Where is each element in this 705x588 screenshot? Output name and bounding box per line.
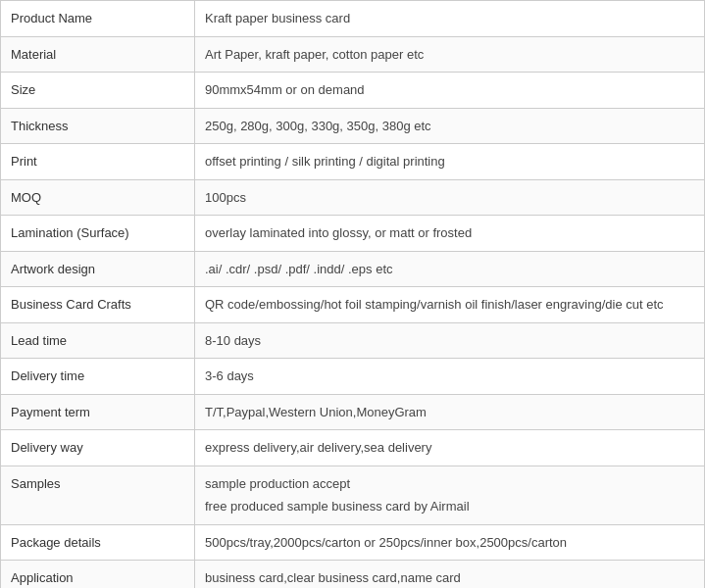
row-label: Artwork design <box>1 251 195 287</box>
table-row: Product NameKraft paper business card <box>1 1 705 37</box>
row-label: Print <box>1 144 195 180</box>
row-value: QR code/embossing/hot foil stamping/varn… <box>195 287 705 323</box>
table-row: Delivery time3-6 days <box>1 359 705 395</box>
row-value: express delivery,air delivery,sea delive… <box>195 430 705 466</box>
table-row: Thickness250g, 280g, 300g, 330g, 350g, 3… <box>1 108 705 144</box>
table-row: Payment termT/T,Paypal,Western Union,Mon… <box>1 394 705 430</box>
table-row: MOQ100pcs <box>1 179 705 216</box>
table-row: Lamination (Surface)overlay laminated in… <box>1 216 705 252</box>
row-value: sample production acceptfree produced sa… <box>195 466 705 524</box>
table-row: Printoffset printing / silk printing / d… <box>1 144 705 180</box>
row-value: Art Paper, kraft paper, cotton paper etc <box>195 36 705 73</box>
row-label: Lamination (Surface) <box>1 216 195 252</box>
row-label: Product Name <box>1 1 195 37</box>
row-value: T/T,Paypal,Western Union,MoneyGram <box>195 394 705 430</box>
row-label: Payment term <box>1 394 195 430</box>
row-label: Size <box>1 73 195 109</box>
row-label: Package details <box>1 524 195 561</box>
table-row: Package details500pcs/tray,2000pcs/carto… <box>1 524 705 561</box>
row-value: 250g, 280g, 300g, 330g, 350g, 380g etc <box>195 108 705 144</box>
row-value: overlay laminated into glossy, or matt o… <box>195 216 705 252</box>
row-value: offset printing / silk printing / digita… <box>195 144 705 180</box>
table-row: Artwork design.ai/ .cdr/ .psd/ .pdf/ .in… <box>1 251 705 287</box>
row-label: Delivery way <box>1 430 195 466</box>
row-value: .ai/ .cdr/ .psd/ .pdf/ .indd/ .eps etc <box>195 251 705 287</box>
row-label: Samples <box>1 466 195 524</box>
table-row: Business Card CraftsQR code/embossing/ho… <box>1 287 705 323</box>
row-value: 100pcs <box>195 179 705 216</box>
row-label: MOQ <box>1 179 195 216</box>
table-row: Size90mmx54mm or on demand <box>1 73 705 109</box>
row-value: 90mmx54mm or on demand <box>195 73 705 109</box>
row-label: Thickness <box>1 108 195 144</box>
table-row: Delivery wayexpress delivery,air deliver… <box>1 430 705 466</box>
row-value: 8-10 days <box>195 322 705 359</box>
table-row: Applicationbusiness card,clear business … <box>1 561 705 589</box>
row-label: Application <box>1 561 195 589</box>
row-value: Kraft paper business card <box>195 1 705 37</box>
row-value: 500pcs/tray,2000pcs/carton or 250pcs/inn… <box>195 524 705 561</box>
row-label: Business Card Crafts <box>1 287 195 323</box>
product-specs-table: Product NameKraft paper business cardMat… <box>0 0 705 588</box>
row-value: 3-6 days <box>195 359 705 395</box>
table-row: Lead time8-10 days <box>1 322 705 359</box>
table-row: Samplessample production acceptfree prod… <box>1 466 705 524</box>
row-value: business card,clear business card,name c… <box>195 561 705 589</box>
row-label: Delivery time <box>1 359 195 395</box>
row-label: Lead time <box>1 322 195 359</box>
table-row: MaterialArt Paper, kraft paper, cotton p… <box>1 36 705 73</box>
row-label: Material <box>1 36 195 73</box>
